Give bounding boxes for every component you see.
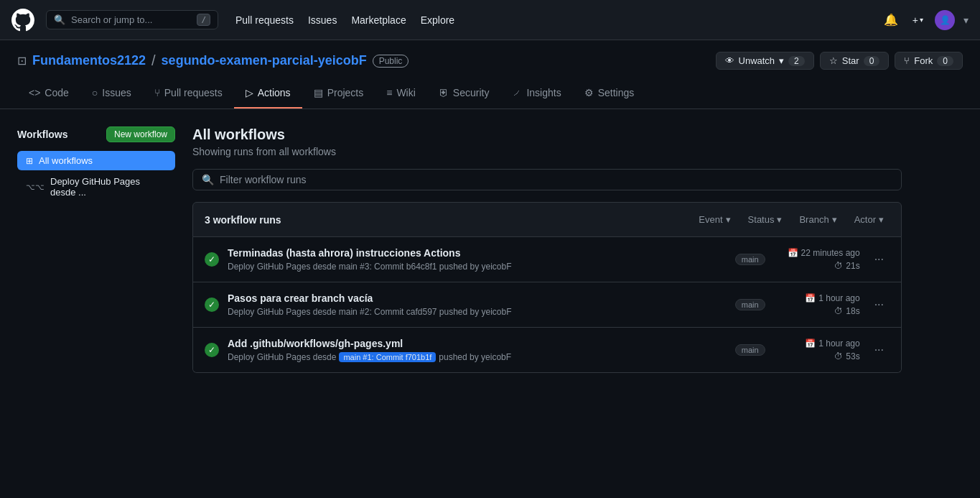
settings-icon: ⚙ — [584, 87, 594, 98]
github-logo[interactable] — [11, 9, 34, 32]
issue-icon: ○ — [92, 87, 98, 98]
workflow-rows: ✓ Terminadas (hasta ahrora) instruccione… — [192, 237, 902, 373]
visibility-badge: Public — [373, 55, 409, 68]
workflow-content: All workflows Showing runs from all work… — [192, 126, 902, 373]
filter-search-icon: 🔍 — [202, 174, 214, 185]
avatar-icon: 👤 — [940, 15, 951, 25]
avatar[interactable]: 👤 — [935, 10, 955, 30]
unwatch-button[interactable]: 👁 Unwatch ▾ 2 — [716, 52, 814, 70]
fork-icon: ⑂ — [904, 55, 910, 66]
workflow-time: 📅 22 minutes ago ⏱ 21s — [774, 248, 860, 271]
fork-button[interactable]: ⑂ Fork 0 — [895, 52, 963, 70]
search-bar[interactable]: 🔍 Search or jump to... / — [46, 10, 218, 29]
sidebar-item-deploy-pages[interactable]: ⌥⌥ Deploy GitHub Pages desde ... — [17, 172, 175, 202]
table-header: 3 workflow runs Event ▾ Status ▾ Branch … — [192, 202, 902, 237]
tab-projects[interactable]: ▤ Projects — [302, 78, 375, 109]
breadcrumb: ⊡ Fundamentos2122 / segundo-examen-parci… — [17, 52, 963, 70]
highlighted-commit[interactable]: main #1: Commit f701b1f — [339, 352, 436, 362]
pr-icon: ⑂ — [154, 87, 160, 98]
explore-link[interactable]: Explore — [415, 10, 460, 30]
actions-icon: ▷ — [246, 87, 253, 98]
tab-issues[interactable]: ○ Issues — [80, 78, 143, 109]
issues-link[interactable]: Issues — [302, 10, 342, 30]
workflow-title[interactable]: Terminadas (hasta ahrora) instrucciones … — [228, 247, 727, 259]
more-options-button[interactable]: ··· — [869, 250, 890, 269]
chevron-down-icon: ▾ — [920, 16, 923, 24]
main-content: Workflows New workflow ⊞ All workflows ⌥… — [0, 109, 919, 390]
page-subtitle: Showing runs from all workflows — [192, 146, 902, 157]
new-workflow-button[interactable]: New workflow — [106, 126, 175, 142]
eye-icon: 👁 — [725, 55, 734, 66]
branch-badge[interactable]: main — [735, 254, 765, 265]
workflow-meta: Deploy GitHub Pages desde main #3: Commi… — [228, 262, 727, 272]
all-workflows-icon: ⊞ — [26, 156, 33, 166]
time-row: 📅 22 minutes ago — [788, 248, 860, 258]
insights-icon: ⟋ — [512, 87, 522, 98]
duration-row: ⏱ 21s — [834, 261, 859, 271]
page-title: All workflows — [192, 126, 902, 143]
workflow-info: Add .github/workflows/gh-pages.yml Deplo… — [228, 338, 727, 362]
status-icon-success: ✓ — [205, 343, 219, 357]
workflow-time: 📅 1 hour ago ⏱ 18s — [774, 293, 860, 316]
chevron-down-icon: ▾ — [726, 214, 731, 225]
deploy-pages-icon: ⌥⌥ — [26, 183, 45, 192]
workflow-time: 📅 1 hour ago ⏱ 53s — [774, 338, 860, 361]
star-button[interactable]: ☆ Star 0 — [820, 52, 890, 70]
repo-tabs: <> Code ○ Issues ⑂ Pull requests ▷ Actio… — [17, 78, 963, 109]
clock-icon: ⏱ — [834, 261, 843, 271]
run-count: 3 workflow runs — [205, 214, 693, 226]
tab-insights[interactable]: ⟋ Insights — [500, 78, 572, 109]
workflow-info: Terminadas (hasta ahrora) instrucciones … — [228, 247, 727, 272]
tab-settings[interactable]: ⚙ Settings — [573, 78, 646, 109]
filter-dropdowns: Event ▾ Status ▾ Branch ▾ Actor ▾ — [693, 211, 890, 228]
repo-owner-link[interactable]: Fundamentos2122 — [32, 53, 146, 68]
unwatch-count: 2 — [788, 56, 805, 66]
create-new-button[interactable]: + ▾ — [910, 11, 926, 29]
repo-header: ⊡ Fundamentos2122 / segundo-examen-parci… — [0, 40, 980, 109]
status-icon-success: ✓ — [205, 252, 219, 267]
actor-filter[interactable]: Actor ▾ — [849, 211, 890, 228]
calendar-icon: 📅 — [805, 338, 816, 349]
chevron-down-icon: ▾ — [832, 214, 837, 225]
pull-requests-link[interactable]: Pull requests — [230, 10, 299, 30]
branch-filter[interactable]: Branch ▾ — [793, 211, 842, 228]
top-nav-links: Pull requests Issues Marketplace Explore — [230, 10, 869, 30]
search-icon: 🔍 — [54, 14, 65, 25]
more-options-button[interactable]: ··· — [869, 295, 890, 314]
projects-icon: ▤ — [314, 87, 323, 98]
status-filter[interactable]: Status ▾ — [742, 211, 788, 228]
more-options-button[interactable]: ··· — [869, 341, 890, 359]
duration-row: ⏱ 53s — [834, 351, 859, 361]
table-row: ✓ Terminadas (hasta ahrora) instruccione… — [193, 237, 901, 282]
tab-actions[interactable]: ▷ Actions — [234, 78, 302, 109]
tab-code[interactable]: <> Code — [17, 78, 80, 109]
workflow-title[interactable]: Pasos para crear branch vacía — [228, 292, 727, 304]
marketplace-link[interactable]: Marketplace — [345, 10, 411, 30]
branch-badge[interactable]: main — [735, 344, 765, 356]
filter-input[interactable] — [220, 174, 892, 185]
wiki-icon: ≡ — [386, 87, 392, 98]
filter-bar: 🔍 — [192, 169, 902, 190]
table-row: ✓ Add .github/workflows/gh-pages.yml Dep… — [193, 328, 901, 372]
sidebar-item-all-workflows[interactable]: ⊞ All workflows — [17, 151, 175, 170]
workflow-title[interactable]: Add .github/workflows/gh-pages.yml — [228, 338, 727, 349]
breadcrumb-separator: / — [151, 52, 156, 69]
search-shortcut: / — [197, 14, 210, 26]
tab-pull-requests[interactable]: ⑂ Pull requests — [143, 78, 234, 109]
tab-wiki[interactable]: ≡ Wiki — [375, 78, 427, 109]
duration-row: ⏱ 18s — [834, 306, 859, 316]
notifications-bell[interactable]: 🔔 — [881, 10, 901, 29]
event-filter[interactable]: Event ▾ — [693, 211, 736, 228]
time-row: 📅 1 hour ago — [805, 293, 859, 303]
tab-security[interactable]: ⛨ Security — [427, 78, 501, 109]
sidebar-title: Workflows — [17, 129, 68, 140]
star-icon: ☆ — [829, 55, 838, 66]
chevron-down-icon[interactable]: ▾ — [963, 14, 969, 26]
workflow-info: Pasos para crear branch vacía Deploy Git… — [228, 292, 727, 317]
star-count: 0 — [864, 56, 880, 66]
search-placeholder: Search or jump to... — [71, 14, 152, 25]
repo-name-link[interactable]: segundo-examen-parcial-yeicobF — [162, 53, 367, 68]
clock-icon: ⏱ — [834, 306, 843, 316]
branch-badge[interactable]: main — [735, 299, 765, 310]
chevron-down-icon: ▾ — [779, 55, 784, 66]
